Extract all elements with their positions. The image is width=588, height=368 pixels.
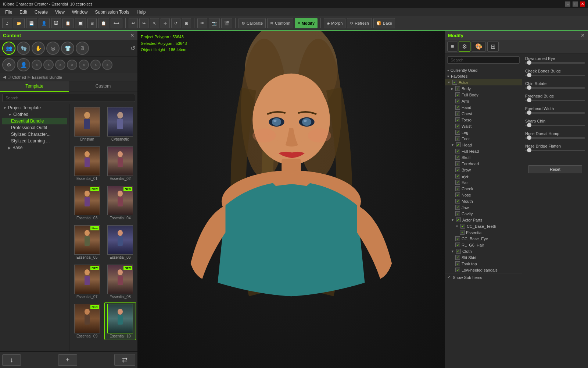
content-item-essential10[interactable]: Essential_10 [104, 302, 136, 340]
content-item-cybernetic[interactable]: Cybernetic [104, 105, 136, 143]
icon-c2[interactable]: ○ [43, 60, 54, 70]
char-btn[interactable]: 👤 [39, 18, 50, 28]
add-btn[interactable]: + [58, 354, 78, 366]
tree-full-head[interactable]: ✓ Full Head [445, 148, 522, 154]
redo-btn[interactable]: ↪ [139, 18, 148, 28]
slider-sharp-chin-track[interactable] [525, 125, 585, 126]
tree-foot[interactable]: ✓ Foot [445, 135, 522, 142]
tree-body[interactable]: ▶ ✓ Body [445, 85, 522, 92]
slider-chin-rotate-thumb[interactable] [527, 85, 531, 90]
minimize-btn[interactable]: – [565, 1, 570, 7]
conform-btn[interactable]: ≋ Conform [267, 18, 293, 28]
menu-view[interactable]: View [51, 9, 68, 15]
tree-currently-used[interactable]: ● Currently Used [445, 67, 522, 73]
tree-arm[interactable]: ✓ Arm [445, 98, 522, 104]
refresh-btn[interactable]: ↻ Refresh [347, 18, 372, 28]
slider-cheek-bones-track[interactable] [525, 75, 585, 76]
new-btn[interactable]: 🗋 [2, 18, 12, 28]
waist-checkbox[interactable]: ✓ [455, 124, 460, 128]
brow-checkbox[interactable]: ✓ [455, 167, 460, 172]
menu-window[interactable]: Window [68, 9, 92, 15]
icon-characters[interactable]: 👥 [2, 42, 15, 55]
content-panel-close[interactable]: ✕ [130, 32, 135, 38]
icon-clothing[interactable]: 👕 [61, 42, 74, 55]
grid-btn[interactable]: ⊞ [87, 18, 97, 28]
tree-essential-teeth[interactable]: ✓ Essential [445, 229, 522, 236]
rt-btn-color[interactable]: 🎨 [472, 42, 486, 52]
tree-eye[interactable]: ✓ Eye [445, 173, 522, 179]
tab-template[interactable]: Template [0, 81, 69, 92]
arm-checkbox[interactable]: ✓ [455, 99, 460, 103]
content-item-essential07[interactable]: New Essential_07 [71, 263, 103, 301]
tree-cc-base-eye[interactable]: ✓ CC_Base_Eye [445, 236, 522, 242]
move-btn[interactable]: ✛ [161, 18, 170, 28]
tree-sandals[interactable]: ✓ Low-heeled sandals [445, 267, 522, 273]
rotate-btn[interactable]: ↺ [171, 18, 180, 28]
menu-create[interactable]: Create [31, 9, 51, 15]
paste-btn[interactable]: 📋 [98, 18, 109, 28]
slider-chin-rotate-track[interactable] [525, 87, 585, 89]
icon-c3[interactable]: ○ [55, 60, 65, 70]
eye-btn[interactable]: 👁 [197, 18, 207, 28]
pointer-btn[interactable]: ↖ [150, 18, 159, 28]
breadcrumb-back[interactable]: ◀ [3, 75, 6, 79]
content-item-essential01[interactable]: Essential_01 [71, 145, 103, 183]
slider-nose-bridge-track[interactable] [525, 150, 585, 151]
content-item-essential05[interactable]: New Essential_05 [71, 223, 103, 261]
forehead-checkbox[interactable]: ✓ [455, 161, 460, 166]
ear-checkbox[interactable]: ✓ [455, 180, 460, 185]
menu-file[interactable]: File [1, 9, 16, 15]
slider-forehead-bulge-track[interactable] [525, 100, 585, 101]
scroll-down-btn[interactable]: ↓ [2, 354, 21, 366]
foot-checkbox[interactable]: ✓ [455, 136, 460, 141]
bake-btn[interactable]: 🍞 Bake [373, 18, 395, 28]
tree-rl-g6-hair[interactable]: ✓ RL_G6_Hair [445, 242, 522, 248]
hand-checkbox[interactable]: ✓ [455, 105, 460, 110]
full-head-checkbox[interactable]: ✓ [455, 149, 460, 153]
icon-c5[interactable]: ○ [79, 60, 89, 70]
tree-brow[interactable]: ✓ Brow [445, 167, 522, 173]
tree-hand[interactable]: ✓ Hand [445, 104, 522, 110]
tree-full-body[interactable]: ✓ Full Body [445, 92, 522, 98]
rt-btn-checker[interactable]: ⊞ [487, 42, 499, 52]
teeth-checkbox[interactable]: ✓ [460, 224, 465, 229]
rt-btn-settings[interactable]: ≡ [447, 42, 457, 52]
tree-cc-base-teeth[interactable]: ▼ ✓ CC_Base_Teeth [445, 223, 522, 229]
leg-checkbox[interactable]: ✓ [455, 130, 460, 135]
content-item-essential09[interactable]: New Essential_09 [71, 302, 103, 340]
copy-btn[interactable]: 📋 [62, 18, 74, 28]
torso-checkbox[interactable]: ✓ [455, 117, 460, 122]
chest-checkbox[interactable]: ✓ [455, 111, 460, 116]
content-item-essential08[interactable]: New Essential_08 [104, 263, 136, 301]
tree-essential-bundle[interactable]: Essential Bundle [2, 118, 67, 124]
tree-professional[interactable]: Professional Outfit [2, 124, 67, 131]
content-item-essential03[interactable]: New Essential_03 [71, 184, 103, 222]
eye-checkbox[interactable]: ✓ [455, 174, 460, 178]
icon-devices[interactable]: 🖥 [76, 42, 89, 55]
content-item-essential06[interactable]: Essential_06 [104, 223, 136, 261]
tank-checkbox[interactable]: ✓ [455, 261, 460, 266]
tree-stylized-char[interactable]: Stylized Character... [2, 131, 67, 138]
tree-forehead[interactable]: ✓ Forehead [445, 160, 522, 167]
sandals-checkbox[interactable]: ✓ [455, 268, 460, 272]
body-checkbox[interactable]: ✓ [455, 86, 460, 91]
tree-waist[interactable]: ✓ Waist [445, 123, 522, 129]
full-body-checkbox[interactable]: ✓ [455, 92, 460, 97]
swap-btn[interactable]: ⟷ [111, 18, 122, 28]
tree-skull[interactable]: ✓ Skull [445, 154, 522, 160]
slider-sharp-chin-thumb[interactable] [527, 123, 531, 127]
modify-btn[interactable]: ≡ Modify [295, 18, 318, 28]
morph-btn[interactable]: ◈ Morph [324, 18, 345, 28]
content-item-essential02[interactable]: Essential_02 [104, 145, 136, 183]
slider-downturned-eye-thumb[interactable] [527, 60, 531, 65]
cavity-checkbox[interactable]: ✓ [455, 211, 460, 216]
menu-help[interactable]: Help [133, 9, 150, 15]
tree-cloth[interactable]: ▼ ✓ Cloth [445, 248, 522, 254]
tree-leg[interactable]: ✓ Leg [445, 129, 522, 135]
img-btn[interactable]: 🖼 [51, 18, 61, 28]
eye2-checkbox[interactable]: ✓ [455, 236, 460, 241]
save-btn[interactable]: 💾 [26, 18, 37, 28]
slider-forehead-width-thumb[interactable] [527, 110, 531, 115]
scene-search-input[interactable] [447, 56, 520, 64]
show-sub-checkbox[interactable]: ✓ [447, 275, 451, 280]
